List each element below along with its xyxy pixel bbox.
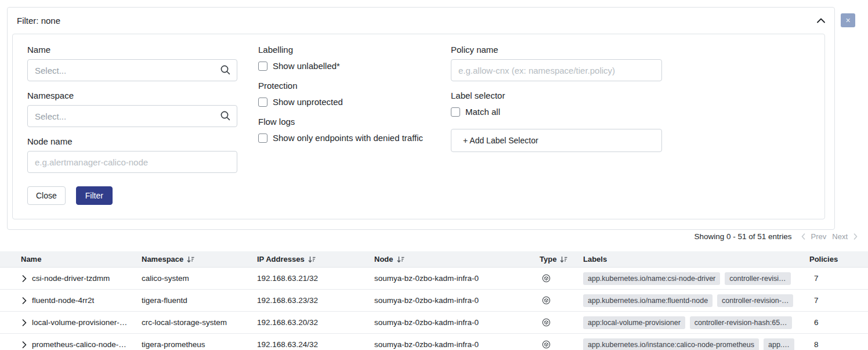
pod-icon [542, 340, 551, 349]
filter-col-identifiers: Name Namespace Node name [27, 45, 237, 205]
chevron-right-icon[interactable] [853, 233, 858, 240]
filter-button[interactable]: Filter [76, 186, 113, 205]
chevron-right-icon[interactable] [22, 297, 27, 304]
chevron-left-icon[interactable] [801, 233, 805, 240]
column-label: Labels [583, 255, 607, 264]
label-badge: app.… [764, 338, 794, 350]
pod-icon [542, 318, 551, 327]
pod-icon [542, 296, 551, 305]
label-badge: controller-revision-… [717, 294, 793, 307]
endpoint-ip: 192.168.63.21/32 [257, 274, 374, 283]
table-row[interactable]: fluentd-node-4rr2t tigera-fluentd 192.16… [0, 290, 868, 312]
chevron-right-icon[interactable] [22, 275, 27, 282]
label-badge: app.kubernetes.io/instance:calico-node-p… [583, 338, 759, 350]
endpoint-namespace: calico-system [142, 274, 257, 283]
show-unprotected-checkbox[interactable] [258, 98, 267, 107]
column-header-policies[interactable]: Policies [809, 255, 868, 264]
chevron-right-icon[interactable] [22, 341, 27, 348]
column-label: IP Addresses [257, 255, 305, 264]
policy-name-input[interactable] [451, 59, 662, 81]
label-badge: controller-revisi… [725, 272, 790, 285]
column-label: Namespace [142, 255, 183, 264]
show-unlabelled-label: Show unlabelled* [273, 61, 340, 71]
policy-name-label: Policy name [451, 45, 662, 55]
endpoint-node: soumya-bz-0zbo-kadm-infra-0 [374, 296, 540, 305]
close-panel-button[interactable]: × [841, 13, 855, 27]
endpoint-namespace: crc-local-storage-system [142, 318, 257, 327]
label-badge: app.kubernetes.io/name:fluentd-node [583, 294, 713, 307]
prev-button[interactable]: Prev [811, 232, 827, 241]
filter-col-policy: Policy name Label selector Match all + A… [451, 45, 662, 205]
search-icon[interactable] [220, 64, 231, 75]
denied-traffic-row: Show only endpoints with denied traffic [258, 133, 430, 143]
endpoint-name: prometheus-calico-node-… [32, 340, 126, 349]
endpoint-name: local-volume-provisioner-… [32, 318, 127, 327]
show-unprotected-label: Show unprotected [273, 97, 343, 107]
filter-form: Name Namespace Node name [12, 34, 825, 219]
node-name-input[interactable] [27, 151, 237, 173]
next-button[interactable]: Next [832, 232, 848, 241]
show-unlabelled-row: Show unlabelled* [258, 61, 430, 71]
endpoint-ip: 192.168.63.23/32 [257, 296, 374, 305]
sort-icon[interactable] [560, 256, 567, 263]
match-all-label: Match all [465, 107, 500, 117]
pod-icon [542, 274, 551, 283]
sort-icon[interactable] [308, 256, 316, 263]
endpoint-ip: 192.168.63.20/32 [257, 318, 374, 327]
column-header-type[interactable]: Type [540, 255, 583, 264]
show-unprotected-row: Show unprotected [258, 97, 430, 107]
column-header-node[interactable]: Node [374, 255, 540, 264]
name-label: Name [27, 45, 237, 55]
namespace-label: Namespace [27, 91, 237, 100]
close-button[interactable]: Close [27, 186, 66, 205]
denied-traffic-checkbox[interactable] [258, 133, 267, 143]
column-label: Policies [809, 255, 838, 264]
pagination-summary: Showing 0 - 51 of 51 entries [694, 232, 791, 241]
column-header-labels[interactable]: Labels [583, 255, 809, 264]
label-badge: controller-revision-hash:65… [690, 316, 792, 329]
namespace-select-input[interactable] [27, 105, 237, 127]
endpoint-name: fluentd-node-4rr2t [32, 296, 94, 305]
chevron-right-icon[interactable] [22, 319, 27, 326]
node-name-label: Node name [27, 136, 237, 146]
filter-panel: Filter: none Name Namespace [7, 7, 835, 230]
sort-icon[interactable] [187, 256, 194, 263]
policies-count: 8 [809, 340, 868, 349]
add-label-selector-button[interactable]: + Add Label Selector [451, 129, 662, 152]
column-header-name[interactable]: Name [16, 255, 142, 264]
endpoint-node: soumya-bz-0zbo-kadm-infra-0 [374, 340, 540, 349]
label-selector-label: Label selector [451, 91, 662, 100]
column-label: Type [540, 255, 556, 264]
flow-logs-heading: Flow logs [258, 117, 430, 127]
endpoint-namespace: tigera-prometheus [142, 340, 257, 349]
endpoint-namespace: tigera-fluentd [142, 296, 257, 305]
chevron-up-icon[interactable] [817, 18, 825, 23]
filter-panel-header[interactable]: Filter: none [8, 8, 834, 34]
column-header-namespace[interactable]: Namespace [142, 255, 257, 264]
protection-heading: Protection [258, 81, 430, 91]
endpoint-ip: 192.168.63.24/32 [257, 340, 374, 349]
endpoint-node: soumya-bz-0zbo-kadm-infra-0 [374, 274, 540, 283]
column-header-ip-addresses[interactable]: IP Addresses [257, 255, 374, 264]
policies-count: 7 [809, 274, 868, 283]
label-badge: app.kubernetes.io/name:csi-node-driver [583, 272, 720, 285]
filter-col-toggles: Labelling Show unlabelled* Protection Sh… [258, 45, 430, 205]
label-badge: app:local-volume-provisioner [583, 316, 685, 329]
sort-icon[interactable] [397, 256, 404, 263]
table-row[interactable]: local-volume-provisioner-… crc-local-sto… [0, 312, 868, 334]
endpoint-name: csi-node-driver-tzdmm [32, 274, 110, 283]
search-icon[interactable] [220, 110, 231, 121]
table-row[interactable]: prometheus-calico-node-… tigera-promethe… [0, 334, 868, 350]
close-icon: × [845, 16, 850, 24]
filter-panel-title: Filter: none [17, 16, 60, 26]
policies-count: 6 [809, 318, 868, 327]
match-all-checkbox[interactable] [451, 107, 460, 117]
table-row[interactable]: csi-node-driver-tzdmm calico-system 192.… [0, 268, 868, 290]
name-select-input[interactable] [27, 59, 237, 81]
labelling-heading: Labelling [258, 45, 430, 55]
denied-traffic-label: Show only endpoints with denied traffic [273, 133, 423, 143]
match-all-row: Match all [451, 107, 662, 117]
policies-count: 7 [809, 296, 868, 305]
show-unlabelled-checkbox[interactable] [258, 62, 267, 71]
endpoint-node: soumya-bz-0zbo-kadm-infra-0 [374, 318, 540, 327]
